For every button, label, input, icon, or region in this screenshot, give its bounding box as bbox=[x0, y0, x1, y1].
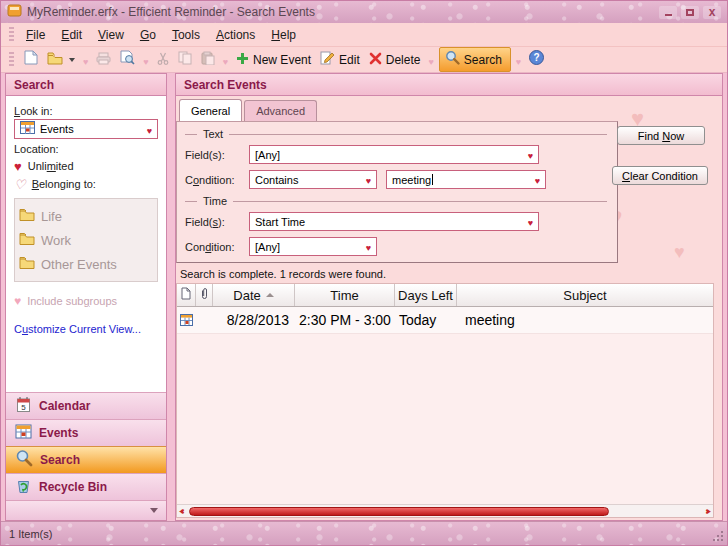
dropdown-heart-icon bbox=[535, 174, 540, 186]
folder-icon bbox=[19, 231, 35, 249]
new-event-button[interactable]: New Event bbox=[233, 49, 314, 71]
edit-label: Edit bbox=[339, 53, 360, 67]
title-bar[interactable]: MyReminder.erfx - Efficient Reminder - S… bbox=[1, 1, 727, 23]
printer-icon bbox=[96, 51, 111, 69]
print-button[interactable] bbox=[93, 49, 114, 71]
open-file-button[interactable] bbox=[44, 49, 78, 71]
time-fields-label: Field(s): bbox=[185, 216, 249, 228]
toolbar-grip bbox=[9, 52, 14, 68]
table-row[interactable]: 8/28/2013 2:30 PM - 3:00 Today meeting bbox=[177, 307, 713, 334]
search-button[interactable]: Search bbox=[439, 47, 511, 72]
folder-item-other-events[interactable]: Other Events bbox=[19, 252, 153, 276]
main-header: Search Events bbox=[176, 74, 722, 96]
folder-item-life[interactable]: Life bbox=[19, 204, 153, 228]
menu-view[interactable]: View bbox=[90, 25, 132, 45]
menu-file[interactable]: File bbox=[18, 25, 53, 45]
svg-text:5: 5 bbox=[21, 402, 26, 411]
column-attachment[interactable] bbox=[196, 284, 213, 306]
tab-general[interactable]: General bbox=[179, 99, 242, 122]
radio-belonging-to[interactable]: Belonging to: bbox=[14, 175, 158, 193]
look-in-select[interactable]: Events bbox=[14, 119, 158, 139]
menu-actions[interactable]: Actions bbox=[208, 25, 263, 45]
close-icon: x bbox=[709, 7, 716, 17]
sidebar-item-recycle-bin[interactable]: Recycle Bin bbox=[6, 473, 166, 500]
new-file-button[interactable] bbox=[21, 48, 41, 71]
scroll-left-arrow-icon[interactable] bbox=[179, 505, 184, 518]
help-button[interactable]: ? bbox=[526, 48, 547, 71]
tab-strip: General Advanced bbox=[176, 96, 722, 121]
sidebar: Search Look in: Events Location: Unlimit… bbox=[5, 73, 167, 521]
scrollbar-thumb[interactable] bbox=[189, 507, 609, 516]
resize-grip[interactable] bbox=[721, 531, 723, 533]
menu-edit[interactable]: Edit bbox=[53, 25, 90, 45]
cut-button[interactable] bbox=[154, 49, 172, 71]
time-fields-select[interactable]: Start Time bbox=[249, 212, 539, 231]
sidebar-nav: 5 Calendar Events Search Recycle Bin bbox=[6, 392, 166, 520]
days-left-cell: Today bbox=[395, 307, 457, 333]
print-preview-button[interactable] bbox=[117, 48, 138, 71]
close-button[interactable]: x bbox=[703, 6, 721, 19]
customize-view-link[interactable]: Customize Current View... bbox=[14, 323, 158, 335]
include-subgroups-label: Include subgroups bbox=[27, 295, 117, 307]
paste-button[interactable] bbox=[198, 49, 218, 71]
delete-label: Delete bbox=[386, 53, 421, 67]
maximize-button[interactable] bbox=[681, 6, 699, 19]
copy-button[interactable] bbox=[175, 49, 195, 71]
heart-separator-icon bbox=[221, 51, 230, 69]
search-result-status: Search is complete. 1 records were found… bbox=[176, 263, 722, 283]
splitter[interactable] bbox=[167, 73, 175, 521]
dropdown-heart-icon bbox=[147, 120, 152, 138]
sidebar-header: Search bbox=[6, 74, 166, 96]
scissors-icon bbox=[157, 51, 169, 69]
column-item-type[interactable] bbox=[177, 284, 196, 306]
menu-help[interactable]: Help bbox=[263, 25, 304, 45]
copy-icon bbox=[178, 51, 192, 69]
column-time[interactable]: Time bbox=[295, 284, 395, 306]
find-now-button[interactable]: Find Now bbox=[617, 126, 705, 145]
events-icon bbox=[20, 120, 35, 138]
minimize-button[interactable] bbox=[659, 6, 677, 19]
status-bar: 1 Item(s) bbox=[1, 521, 727, 545]
nav-events-label: Events bbox=[39, 426, 78, 440]
include-subgroups-checkbox[interactable]: Include subgroups bbox=[14, 294, 158, 308]
app-window: MyReminder.erfx - Efficient Reminder - S… bbox=[0, 0, 728, 546]
events-icon bbox=[15, 424, 32, 443]
delete-button[interactable]: Delete bbox=[366, 49, 424, 71]
radio-belonging-label: Belonging to: bbox=[32, 178, 96, 190]
radio-selected-heart-icon bbox=[14, 159, 22, 174]
edit-button[interactable]: Edit bbox=[317, 48, 363, 71]
column-subject[interactable]: Subject bbox=[457, 284, 713, 306]
date-cell: 8/28/2013 bbox=[213, 307, 295, 333]
sidebar-item-search[interactable]: Search bbox=[6, 446, 166, 473]
time-condition-select[interactable]: [Any] bbox=[249, 237, 377, 256]
menu-grip bbox=[9, 27, 14, 43]
horizontal-scrollbar[interactable] bbox=[177, 504, 713, 517]
subject-cell: meeting bbox=[457, 307, 713, 333]
sidebar-item-events[interactable]: Events bbox=[6, 419, 166, 446]
text-fields-select[interactable]: [Any] bbox=[249, 145, 539, 164]
tab-advanced[interactable]: Advanced bbox=[244, 100, 317, 121]
keyword-combo-input[interactable]: meeting bbox=[386, 170, 546, 189]
column-date[interactable]: Date bbox=[213, 284, 295, 306]
menu-go[interactable]: Go bbox=[132, 25, 164, 45]
nav-search-label: Search bbox=[40, 453, 80, 467]
delete-x-icon bbox=[369, 51, 382, 69]
clear-condition-button[interactable]: Clear Condition bbox=[612, 166, 708, 185]
document-icon bbox=[181, 287, 191, 303]
nav-configure-row[interactable] bbox=[6, 500, 166, 520]
sidebar-item-calendar[interactable]: 5 Calendar bbox=[6, 392, 166, 419]
look-in-label: Look in: bbox=[14, 105, 158, 117]
pencil-icon bbox=[320, 50, 335, 69]
new-document-icon bbox=[24, 50, 38, 69]
folder-item-work[interactable]: Work bbox=[19, 228, 153, 252]
text-fields-row: Field(s): [Any] bbox=[185, 145, 607, 164]
attachment-cell bbox=[196, 307, 213, 333]
search-label: Search bbox=[464, 53, 502, 67]
text-condition-select[interactable]: Contains bbox=[249, 170, 377, 189]
dropdown-heart-icon bbox=[366, 241, 371, 253]
folder-icon bbox=[19, 255, 35, 273]
menu-tools[interactable]: Tools bbox=[164, 25, 208, 45]
radio-unlimited[interactable]: Unlimited bbox=[14, 157, 158, 175]
scroll-right-arrow-icon[interactable] bbox=[706, 505, 711, 518]
column-days-left[interactable]: Days Left bbox=[395, 284, 457, 306]
